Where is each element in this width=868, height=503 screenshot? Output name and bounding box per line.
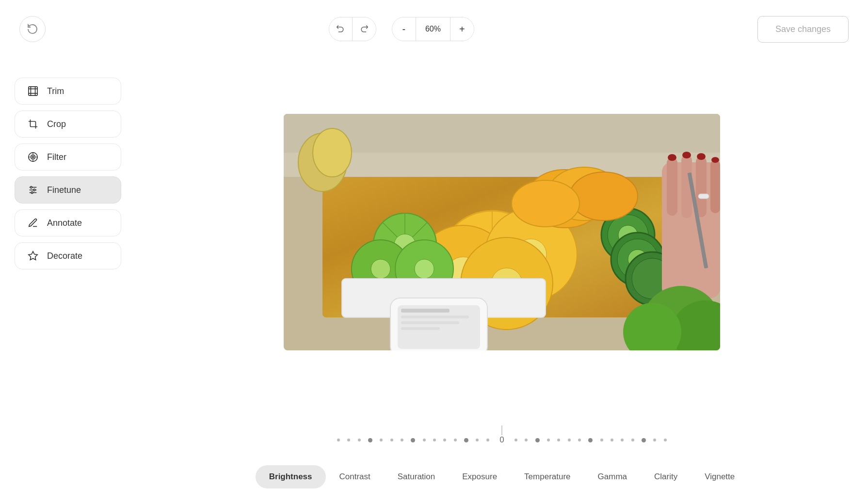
sidebar-item-annotate[interactable]: Annotate bbox=[15, 209, 121, 236]
sidebar-item-finetune[interactable]: Finetune bbox=[15, 176, 121, 204]
finetune-label: Finetune bbox=[47, 185, 81, 195]
tab-brightness[interactable]: Brightness bbox=[256, 465, 326, 488]
svg-point-37 bbox=[371, 259, 390, 279]
svg-rect-69 bbox=[401, 309, 450, 313]
svg-point-57 bbox=[668, 154, 676, 161]
svg-point-60 bbox=[711, 157, 719, 163]
svg-point-51 bbox=[512, 180, 579, 227]
main-image-svg bbox=[284, 114, 720, 350]
svg-rect-53 bbox=[667, 157, 677, 216]
svg-point-74 bbox=[313, 128, 352, 177]
header-center: - + bbox=[329, 17, 474, 41]
tab-temperature[interactable]: Temperature bbox=[511, 465, 584, 488]
svg-point-50 bbox=[570, 172, 638, 220]
svg-rect-0 bbox=[29, 87, 37, 95]
image-container bbox=[284, 114, 720, 350]
zoom-out-button[interactable]: - bbox=[392, 17, 416, 41]
trim-label: Trim bbox=[47, 86, 64, 96]
tab-gamma[interactable]: Gamma bbox=[584, 465, 641, 488]
sidebar-item-filter[interactable]: Filter bbox=[15, 143, 121, 171]
sidebar-item-decorate[interactable]: Decorate bbox=[15, 242, 121, 269]
sidebar-item-trim[interactable]: Trim bbox=[15, 78, 121, 105]
sidebar-item-crop[interactable]: Crop bbox=[15, 110, 121, 138]
svg-marker-10 bbox=[29, 252, 37, 260]
zoom-controls: - + bbox=[392, 17, 474, 41]
redo-button[interactable] bbox=[353, 17, 376, 41]
filter-icon bbox=[27, 152, 39, 162]
slider-area: 0 bbox=[136, 435, 868, 445]
svg-rect-70 bbox=[401, 315, 469, 318]
tab-contrast[interactable]: Contrast bbox=[326, 465, 384, 488]
tabs-bar: Brightness Contrast Saturation Exposure … bbox=[136, 465, 868, 488]
svg-point-59 bbox=[697, 153, 706, 160]
crop-icon bbox=[27, 119, 39, 129]
svg-point-58 bbox=[682, 152, 691, 158]
tab-clarity[interactable]: Clarity bbox=[641, 465, 691, 488]
svg-rect-56 bbox=[710, 160, 720, 213]
svg-point-7 bbox=[31, 187, 32, 189]
annotate-label: Annotate bbox=[47, 218, 82, 228]
main-image-area bbox=[136, 58, 868, 406]
svg-rect-72 bbox=[401, 327, 440, 330]
zoom-value-input[interactable] bbox=[416, 17, 450, 41]
decorate-label: Decorate bbox=[47, 251, 82, 261]
zoom-in-button[interactable]: + bbox=[450, 17, 474, 41]
svg-point-8 bbox=[33, 189, 35, 191]
header: - + Save changes bbox=[0, 0, 868, 58]
decorate-icon bbox=[27, 251, 39, 261]
tab-exposure[interactable]: Exposure bbox=[449, 465, 511, 488]
crop-label: Crop bbox=[47, 119, 66, 129]
annotate-icon bbox=[27, 218, 39, 228]
tab-saturation[interactable]: Saturation bbox=[384, 465, 449, 488]
svg-point-2 bbox=[31, 155, 35, 159]
tab-vignette[interactable]: Vignette bbox=[691, 465, 748, 488]
history-button[interactable] bbox=[19, 16, 46, 42]
filter-label: Filter bbox=[47, 152, 66, 162]
svg-rect-71 bbox=[401, 321, 459, 324]
trim-icon bbox=[27, 86, 39, 96]
svg-point-3 bbox=[32, 156, 34, 158]
svg-point-9 bbox=[31, 192, 33, 194]
sidebar: Trim Crop Filter Finetune Annotate Decor… bbox=[0, 58, 136, 289]
svg-rect-61 bbox=[698, 194, 709, 199]
undo-redo-group bbox=[329, 17, 376, 41]
undo-button[interactable] bbox=[329, 17, 353, 41]
slider-wrapper: 0 bbox=[337, 435, 667, 445]
finetune-icon bbox=[27, 185, 39, 195]
slider-center-line bbox=[501, 425, 502, 436]
svg-point-39 bbox=[415, 259, 434, 279]
save-changes-button[interactable]: Save changes bbox=[757, 16, 849, 43]
